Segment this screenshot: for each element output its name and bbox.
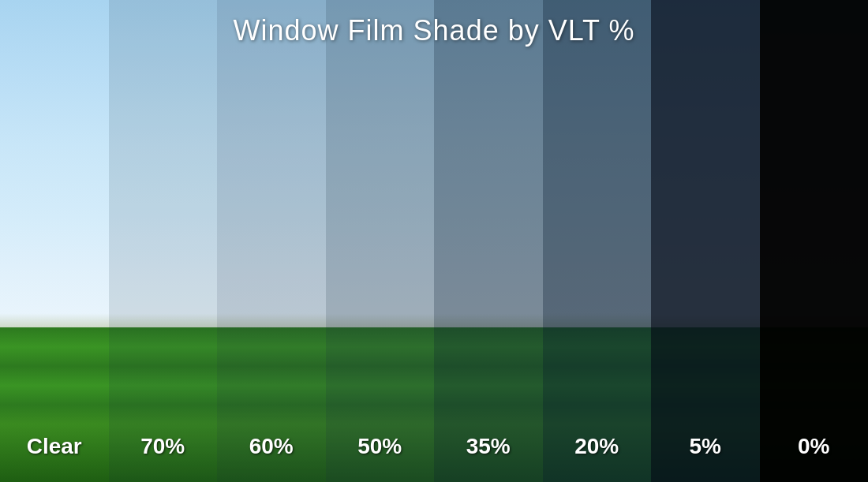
vlt-labels: Clear70%60%50%35%20%5%0% [0,411,868,482]
vlt-strip-vlt5 [651,0,760,482]
label-clear: Clear [0,411,109,482]
vlt-strip-vlt0 [760,0,869,482]
label-50: 50% [326,411,435,482]
vlt-strip-clear [0,0,109,482]
label-70: 70% [109,411,218,482]
vlt-strip-vlt20 [543,0,652,482]
vlt-strip-vlt35 [434,0,543,482]
vlt-strip-vlt50 [326,0,435,482]
label-20: 20% [543,411,652,482]
label-35: 35% [434,411,543,482]
main-container: Window Film Shade by VLT % Clear70%60%50… [0,0,868,482]
vlt-strips [0,0,868,482]
vlt-strip-vlt70 [109,0,218,482]
label-60: 60% [217,411,326,482]
chart-title: Window Film Shade by VLT % [0,14,868,47]
label-5: 5% [651,411,760,482]
vlt-strip-vlt60 [217,0,326,482]
label-0: 0% [760,411,869,482]
